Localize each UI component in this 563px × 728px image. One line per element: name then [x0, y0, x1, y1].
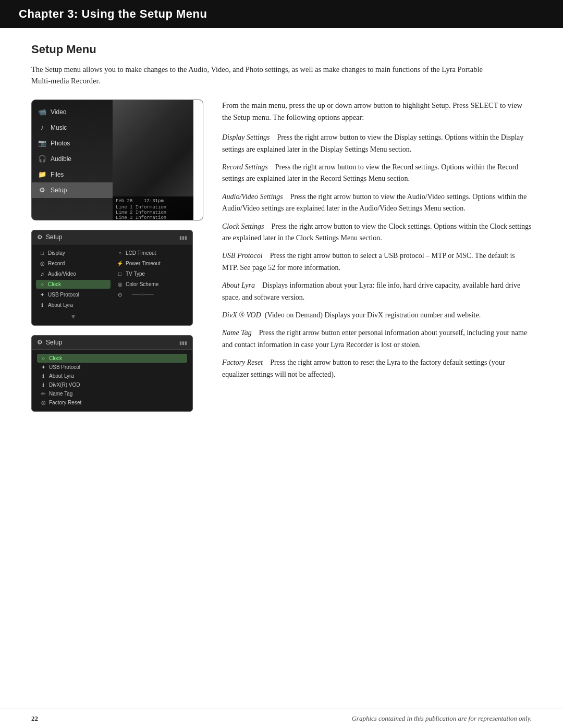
device-screen-setup2: ⚙ Setup ▮▮▮ ○ Clock ✦ USB Protocol: [31, 335, 193, 412]
audiovideo-icon: ♬: [39, 271, 46, 277]
setup2-label-display: Display: [48, 250, 65, 256]
setup3-label-factory: Factory Reset: [49, 400, 81, 405]
setup2-title: Setup: [46, 233, 62, 241]
setup3-label-nametag: Name Tag: [49, 391, 72, 397]
setup2-item-record: ◎ Record: [36, 259, 111, 268]
screen1-line2: Line 2 Information: [116, 210, 190, 215]
chapter-title: Chapter 3: Using the Setup Menu: [19, 7, 207, 20]
factory-icon: ◎: [40, 400, 47, 405]
screen1: 📹 Video ♪ Music 📷 Photos 🎧: [32, 100, 193, 220]
device-screen-setup1: ⚙ Setup ▮▮▮ □ Display ◎: [31, 230, 193, 326]
setup2-item-audiovideo: ♬ Audio/Video: [36, 269, 111, 278]
setup-icon: ⚙: [37, 185, 47, 195]
text-clock: Press the right arrow button to view the…: [222, 223, 531, 242]
setup3-label-clock: Clock: [49, 355, 62, 361]
setup2-label-color: Color Scheme: [126, 281, 158, 287]
setup3-body: ○ Clock ✦ USB Protocol ℹ About Lyra ℹ Di…: [32, 350, 192, 411]
term-record: Record Settings: [222, 163, 268, 171]
setup2-item-about: ℹ About Lyra: [36, 301, 111, 310]
screen1-menu: 📹 Video ♪ Music 📷 Photos 🎧: [32, 100, 113, 220]
menu-label-music: Music: [51, 124, 67, 131]
color-icon: ◎: [116, 281, 124, 287]
menu-label-audible: Audible: [51, 155, 71, 163]
audible-icon: 🎧: [37, 154, 47, 164]
desc-divx: DivX ® VOD (Video on Demand) Displays yo…: [222, 310, 532, 321]
setup2-item-tv: □ TV Type: [114, 269, 188, 278]
files-icon: 📁: [37, 169, 47, 180]
right-intro: From the main menu, press the up or down…: [222, 100, 532, 124]
text-about: Displays information about your Lyra: fi…: [222, 281, 520, 301]
setup2-right-col: ○ LCD Timeout ⚡ Power Timeout □ TV Type: [114, 249, 188, 321]
screen1-info-panel: Feb 28 12:31pm Line 1 Information Line 2…: [113, 196, 193, 220]
setup2-icon: ⚙: [37, 233, 43, 241]
setup3-item-factory: ◎ Factory Reset: [37, 398, 187, 407]
desc-factory: Factory Reset Press the right arrow butt…: [222, 357, 532, 380]
term-divx: DivX ® VOD: [222, 311, 261, 319]
setup2-label-usb: USB Protocol: [48, 292, 79, 298]
section-intro: The Setup menu allows you to make change…: [31, 64, 500, 87]
video-icon: 📹: [37, 107, 47, 117]
setup2-item-display: □ Display: [36, 249, 111, 257]
clock-icon-s2: ○: [39, 281, 46, 287]
battery-indicator: ▮▮▮: [179, 233, 187, 241]
setup2-item-usb: ✦ USB Protocol: [36, 290, 111, 299]
page-number: 22: [31, 714, 38, 723]
text-divx: (Video on Demand) Displays your DivX reg…: [265, 311, 481, 319]
battery-indicator2: ▮▮▮: [179, 339, 187, 346]
setup2-item-lcd: ○ LCD Timeout: [114, 249, 188, 257]
about-icon-s3: ℹ: [40, 373, 47, 379]
photos-icon: 📷: [37, 138, 47, 149]
term-nametag: Name Tag: [222, 329, 252, 337]
menu-label-files: Files: [51, 171, 64, 178]
screen1-line3: Line 3 Information: [116, 215, 190, 220]
music-icon: ♪: [37, 122, 47, 133]
lcd-icon: ○: [116, 250, 124, 256]
screen1-datetime: Feb 28 12:31pm: [116, 199, 190, 204]
setup2-body: □ Display ◎ Record ♬ Audio/Video ○: [32, 244, 192, 325]
setup2-item-color: ◎ Color Scheme: [114, 280, 188, 289]
setup3-item-about: ℹ About Lyra: [37, 372, 187, 380]
setup2-label-clock: Clock: [48, 281, 61, 287]
about-icon-s2: ℹ: [39, 302, 46, 308]
record-icon: ◎: [39, 261, 46, 266]
term-factory: Factory Reset: [222, 359, 263, 366]
image-area: [113, 100, 193, 196]
menu-item-audible: 🎧 Audible: [32, 151, 113, 167]
left-column: 📹 Video ♪ Music 📷 Photos 🎧: [31, 100, 203, 412]
setup2-label-about: About Lyra: [48, 302, 73, 308]
page-footer: 22 Graphics contained in this publicatio…: [0, 709, 563, 728]
menu-item-photos: 📷 Photos: [32, 135, 113, 151]
setup3-label-usb: USB Protocol: [49, 364, 80, 370]
term-usb: USB Protocol: [222, 252, 263, 260]
desc-clock: Clock Settings Press the right arrow but…: [222, 221, 532, 244]
setup3-label-about: About Lyra: [49, 373, 74, 379]
menu-item-video: 📹 Video: [32, 104, 113, 120]
usb-icon-s3: ✦: [40, 364, 47, 370]
device-screen-main: 📹 Video ♪ Music 📷 Photos 🎧: [31, 100, 203, 220]
setup3-item-divx: ℹ DivX(R) VOD: [37, 380, 187, 389]
setup2-item-clock: ○ Clock: [36, 280, 111, 289]
setup2-label-tv: TV Type: [126, 271, 145, 277]
cd-icon: ⊙: [116, 292, 124, 298]
usb-icon-s2: ✦: [39, 292, 46, 298]
setup3-item-nametag: ✏ Name Tag: [37, 389, 187, 398]
desc-audiovideo: Audio/Video Settings Press the right arr…: [222, 191, 532, 215]
setup2-label-audiovideo: Audio/Video: [48, 271, 76, 277]
setup2-left-col: □ Display ◎ Record ♬ Audio/Video ○: [36, 249, 111, 321]
nametag-icon: ✏: [40, 391, 47, 397]
text-factory: Press the right arrow button to reset th…: [222, 359, 505, 378]
setup2-item-power: ⚡ Power Timeout: [114, 259, 188, 268]
setup3-title: Setup: [46, 339, 62, 346]
term-clock: Clock Settings: [222, 223, 264, 230]
screen1-image: Feb 28 12:31pm Line 1 Information Line 2…: [113, 100, 193, 220]
desc-display: Display Settings Press the right arrow b…: [222, 132, 532, 155]
setup2-label-lcd: LCD Timeout: [126, 250, 156, 256]
menu-item-music: ♪ Music: [32, 120, 113, 135]
menu-label-photos: Photos: [51, 140, 70, 147]
menu-label-video: Video: [51, 108, 66, 116]
main-layout: 📹 Video ♪ Music 📷 Photos 🎧: [31, 100, 532, 412]
menu-item-setup: ⚙ Setup: [32, 182, 113, 198]
menu-item-files: 📁 Files: [32, 167, 113, 182]
term-about: About Lyra: [222, 281, 255, 289]
clock-icon-s3: ○: [40, 355, 47, 361]
